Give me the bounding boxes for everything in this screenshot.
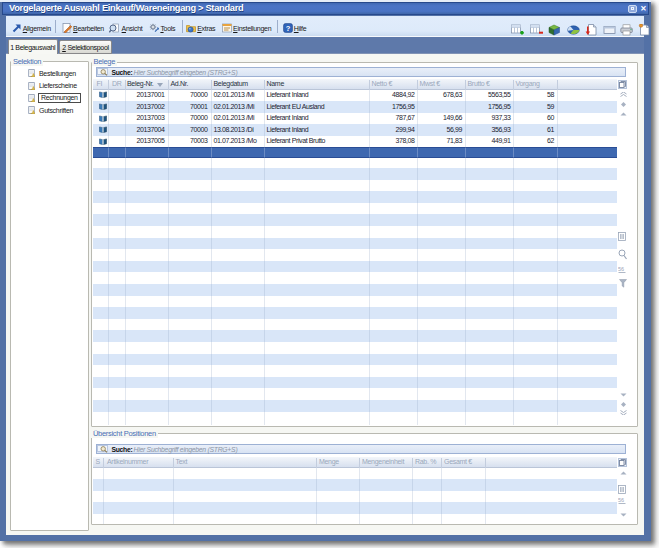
svg-text:56: 56 [618, 497, 624, 503]
svg-text:?: ? [286, 24, 291, 33]
svg-text:56: 56 [618, 266, 624, 272]
